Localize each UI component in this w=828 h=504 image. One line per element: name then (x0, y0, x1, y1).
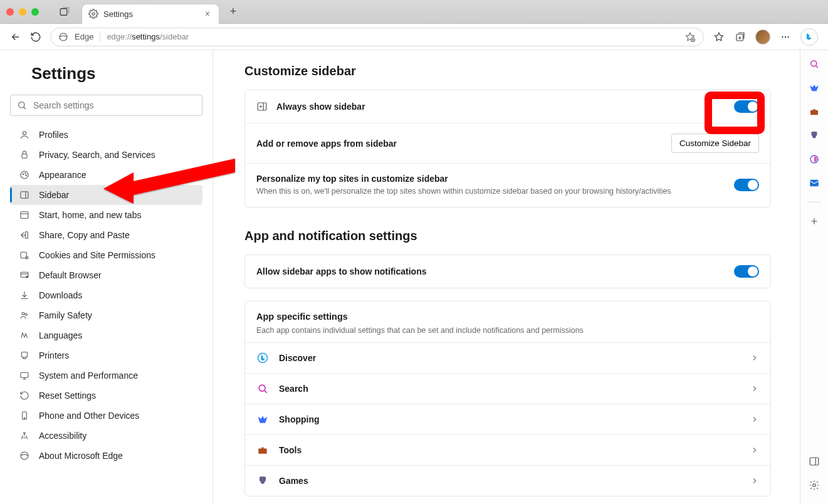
svg-rect-37 (810, 180, 819, 187)
close-window-button[interactable] (6, 8, 14, 16)
address-bar[interactable]: Edge edge://settings/sidebar (50, 28, 704, 46)
sidebar-settings-icon[interactable] (807, 478, 822, 493)
svg-rect-10 (22, 154, 27, 159)
settings-search-input[interactable] (10, 95, 202, 116)
nav-item-languages[interactable]: Languages (10, 325, 202, 345)
nav-item-privacy-search-and-services[interactable]: Privacy, Search, and Services (10, 145, 202, 165)
nav-item-downloads[interactable]: Downloads (10, 285, 202, 305)
app-row-shopping[interactable]: Shopping (245, 404, 770, 434)
personalize-top-sites-toggle[interactable] (734, 179, 759, 191)
nav-item-system-and-performance[interactable]: System and Performance (10, 365, 202, 386)
row-label: Always show sidebar (276, 102, 725, 112)
search-icon (17, 100, 27, 110)
nav-item-label: Appearance (39, 170, 86, 180)
more-menu-icon[interactable] (779, 31, 792, 43)
always-show-sidebar-toggle[interactable] (734, 100, 759, 113)
nav-item-icon (19, 410, 30, 421)
app-row-games[interactable]: Games (245, 465, 770, 496)
nav-item-label: Phone and Other Devices (39, 411, 139, 421)
svg-rect-24 (21, 352, 27, 357)
nav-item-label: System and Performance (39, 370, 138, 381)
app-label: Shopping (279, 414, 740, 424)
sidebar-add-icon[interactable] (807, 214, 822, 229)
refresh-button[interactable] (30, 31, 41, 43)
address-brand: Edge (75, 32, 100, 41)
nav-item-label: Reset Settings (39, 391, 96, 401)
customize-sidebar-group: Always show sidebar Add or remove apps f… (244, 90, 771, 207)
sidebar-hide-icon[interactable] (807, 454, 822, 469)
nav-item-phone-and-other-devices[interactable]: Phone and Other Devices (10, 406, 202, 426)
settings-main-content: Customize sidebar Always show sidebar Ad… (213, 50, 800, 504)
sidebar-shopping-icon[interactable] (807, 80, 822, 95)
nav-item-label: Family Safety (39, 310, 92, 320)
nav-item-appearance[interactable]: Appearance (10, 165, 202, 185)
svg-point-39 (813, 484, 816, 487)
customize-sidebar-button[interactable]: Customize Sidebar (671, 134, 759, 153)
new-tab-button[interactable]: + (224, 3, 242, 21)
row-add-remove-apps: Add or remove apps from sidebar Customiz… (245, 123, 770, 164)
nav-item-label: Share, Copy and Paste (39, 230, 130, 240)
shopping-icon (256, 413, 269, 426)
nav-item-icon (19, 430, 30, 441)
close-tab-icon[interactable] (202, 9, 212, 19)
maximize-window-button[interactable] (31, 8, 39, 16)
nav-item-reset-settings[interactable]: Reset Settings (10, 386, 202, 406)
row-label: Allow sidebar apps to show notifications (256, 266, 725, 276)
nav-item-icon (19, 270, 30, 281)
nav-item-accessibility[interactable]: Accessibility (10, 426, 202, 446)
nav-item-default-browser[interactable]: Default Browser (10, 265, 202, 285)
nav-item-icon (19, 229, 30, 241)
svg-point-13 (25, 173, 26, 174)
nav-item-share-copy-and-paste[interactable]: Share, Copy and Paste (10, 225, 202, 245)
back-button[interactable] (10, 31, 21, 43)
nav-item-icon (19, 290, 30, 301)
svg-point-32 (259, 385, 265, 391)
minimize-window-button[interactable] (19, 8, 26, 16)
row-personalize-top-sites: Personalize my top sites in customize si… (245, 164, 770, 207)
app-specific-header: App specific settings Each app contains … (245, 302, 770, 342)
nav-item-profiles[interactable]: Profiles (10, 125, 202, 145)
nav-item-sidebar[interactable]: Sidebar (10, 185, 202, 205)
bing-discover-button[interactable] (800, 28, 818, 46)
app-row-tools[interactable]: Tools (245, 434, 770, 465)
nav-item-printers[interactable]: Printers (10, 345, 202, 365)
collections-icon[interactable] (734, 31, 747, 43)
allow-notifications-toggle[interactable] (734, 265, 759, 278)
browser-toolbar: Edge edge://settings/sidebar (0, 24, 828, 50)
sidebar-games-icon[interactable] (807, 128, 822, 143)
settings-nav-list: ProfilesPrivacy, Search, and ServicesApp… (10, 125, 202, 466)
nav-item-about-microsoft-edge[interactable]: About Microsoft Edge (10, 446, 202, 466)
nav-item-label: Cookies and Site Permissions (39, 250, 155, 260)
nav-item-label: Default Browser (39, 270, 102, 280)
profile-avatar[interactable] (755, 29, 770, 45)
svg-point-12 (23, 174, 23, 174)
svg-point-7 (787, 36, 789, 37)
section-title-app-notifications: App and notification settings (244, 229, 771, 243)
allow-notifications-group: Allow sidebar apps to show notifications (244, 255, 771, 288)
url-text: edge://settings/sidebar (107, 32, 189, 41)
window-controls (6, 8, 39, 16)
sidebar-tools-icon[interactable] (807, 104, 822, 119)
favorite-star-icon[interactable] (684, 31, 696, 43)
nav-item-family-safety[interactable]: Family Safety (10, 305, 202, 325)
nav-item-icon (19, 330, 30, 341)
nav-item-start-home-and-new-tabs[interactable]: Start, home, and new tabs (10, 205, 202, 225)
tools-icon (256, 444, 269, 456)
sidebar-search-icon[interactable] (807, 56, 822, 71)
nav-item-cookies-and-site-permissions[interactable]: Cookies and Site Permissions (10, 245, 202, 265)
svg-point-22 (22, 312, 24, 315)
app-row-discover[interactable]: Discover (245, 342, 770, 373)
app-row-search[interactable]: Search (245, 373, 770, 404)
nav-item-icon (19, 129, 30, 140)
edge-logo-icon (58, 32, 68, 42)
sidebar-office-icon[interactable] (807, 152, 822, 167)
row-always-show-sidebar: Always show sidebar (245, 90, 770, 123)
search-field[interactable] (33, 100, 196, 110)
nav-item-icon (19, 390, 30, 401)
sidebar-outlook-icon[interactable] (807, 176, 822, 191)
nav-item-label: Sidebar (39, 190, 69, 200)
app-label: Search (279, 384, 740, 394)
favorites-icon[interactable] (713, 31, 725, 43)
tab-actions-icon[interactable] (59, 6, 70, 18)
browser-tab-settings[interactable]: Settings (81, 4, 219, 24)
